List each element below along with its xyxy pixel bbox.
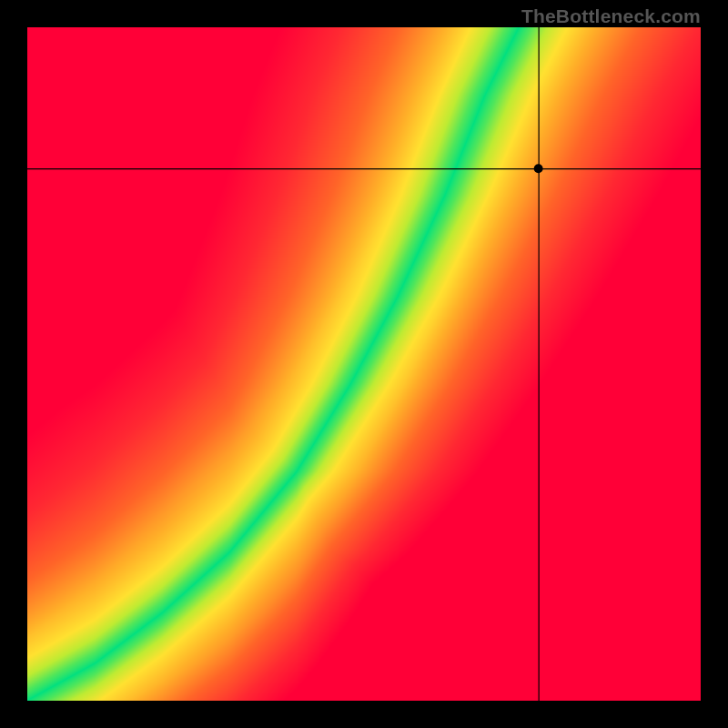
chart-container: TheBottleneck.com [0,0,728,728]
heatmap-canvas [27,27,701,701]
watermark-text: TheBottleneck.com [521,5,701,27]
heatmap-plot [27,27,701,701]
